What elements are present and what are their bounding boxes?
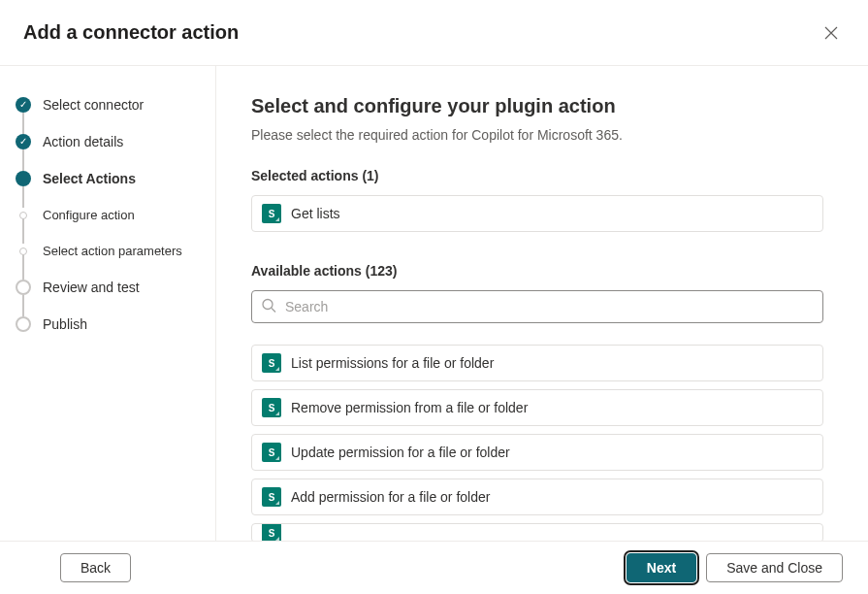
page-heading: Select and configure your plugin action [251, 95, 823, 117]
svg-point-0 [263, 300, 273, 310]
step-label: Select connector [43, 97, 144, 113]
save-close-button[interactable]: Save and Close [706, 553, 843, 582]
step-label: Action details [43, 134, 123, 149]
main-panel: Select and configure your plugin action … [216, 66, 868, 546]
wizard-step[interactable]: Publish [16, 316, 215, 353]
search-icon [261, 298, 276, 316]
wizard-step[interactable]: ✓Action details [16, 134, 215, 171]
selected-actions-label: Selected actions (1) [251, 168, 823, 183]
action-item-available-3[interactable]: SAdd permission for a file or folder [251, 478, 823, 515]
action-label: Update permission for a file or folder [291, 445, 510, 460]
step-indicator-icon [19, 248, 27, 255]
wizard-steps-sidebar: ✓Select connector✓Action detailsSelect A… [0, 66, 216, 546]
wizard-step[interactable]: Select Actions [16, 171, 215, 208]
action-item-available-1[interactable]: SRemove permission from a file or folder [251, 389, 823, 426]
sharepoint-icon: S [262, 398, 281, 417]
wizard-step[interactable]: Review and test [16, 280, 215, 316]
dialog-title: Add a connector action [23, 21, 239, 44]
action-label: Add permission for a file or folder [291, 489, 490, 505]
next-button[interactable]: Next [627, 553, 696, 582]
step-label: Configure action [43, 208, 135, 222]
wizard-step[interactable]: ✓Select connector [16, 97, 215, 134]
action-label: Remove permission from a file or folder [291, 400, 528, 415]
step-label: Review and test [43, 280, 140, 295]
search-input[interactable] [251, 290, 823, 323]
dialog-footer: Back Next Save and Close [0, 541, 868, 594]
wizard-step[interactable]: Configure action [16, 208, 215, 244]
svg-line-1 [272, 309, 275, 313]
sharepoint-icon: S [262, 204, 281, 223]
action-item-available-0[interactable]: SList permissions for a file or folder [251, 345, 823, 381]
step-label: Select Actions [43, 171, 136, 186]
close-icon [823, 25, 839, 41]
available-actions-label: Available actions (123) [251, 263, 823, 279]
close-button[interactable] [820, 21, 843, 48]
page-subtext: Please select the required action for Co… [251, 127, 823, 143]
sharepoint-icon: S [262, 353, 281, 373]
wizard-step[interactable]: Select action parameters [16, 244, 215, 280]
step-label: Select action parameters [43, 244, 182, 258]
step-indicator-icon [16, 316, 31, 332]
back-button[interactable]: Back [60, 553, 131, 582]
step-indicator-icon: ✓ [16, 97, 31, 113]
sharepoint-icon: S [262, 523, 281, 543]
action-item-available-2[interactable]: SUpdate permission for a file or folder [251, 434, 823, 471]
step-indicator-icon [19, 212, 27, 219]
step-indicator-icon [16, 171, 31, 186]
step-indicator-icon: ✓ [16, 134, 31, 149]
step-label: Publish [43, 316, 87, 332]
action-item-selected-0[interactable]: SGet lists [251, 195, 823, 232]
step-indicator-icon [16, 280, 31, 295]
sharepoint-icon: S [262, 443, 281, 462]
action-label: List permissions for a file or folder [291, 355, 494, 371]
sharepoint-icon: S [262, 487, 281, 507]
action-item-cutoff[interactable]: S [251, 523, 823, 543]
action-label: Get lists [291, 206, 340, 221]
